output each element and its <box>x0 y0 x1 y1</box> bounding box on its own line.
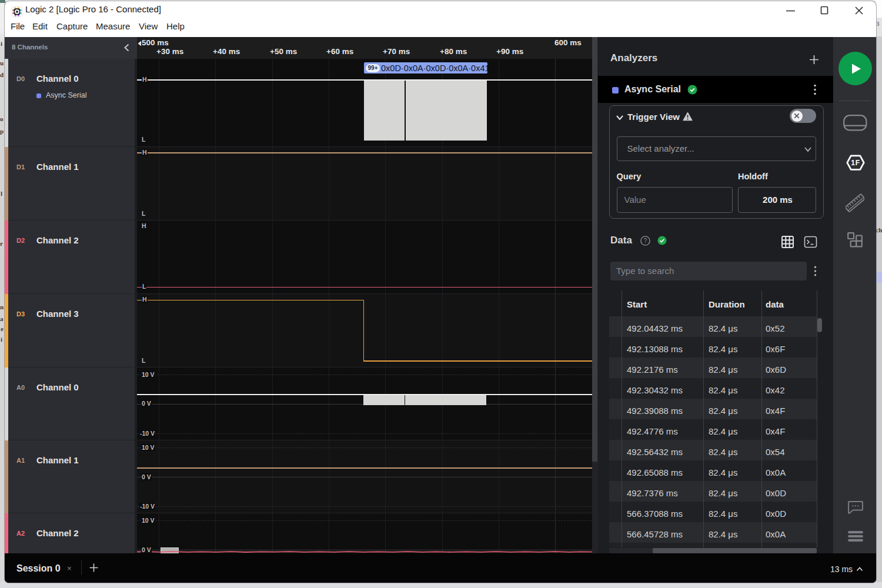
svg-text:1F: 1F <box>851 159 860 167</box>
svg-text:?: ? <box>644 238 647 244</box>
